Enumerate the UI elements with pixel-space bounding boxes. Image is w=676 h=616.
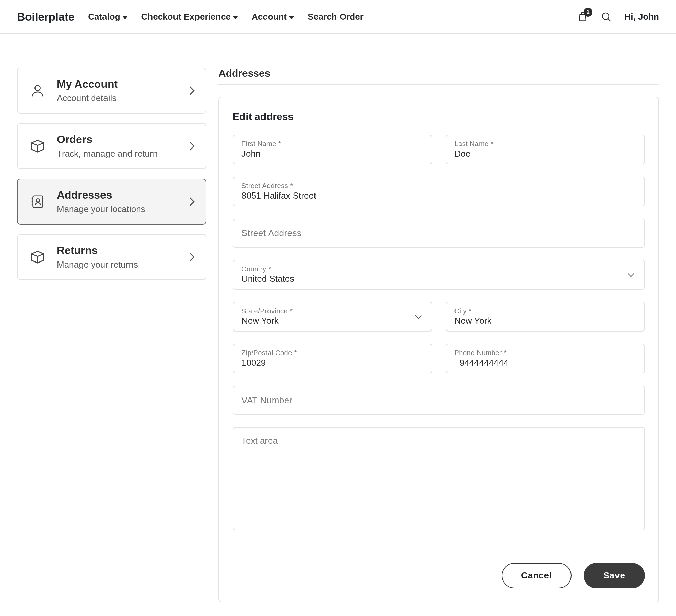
svg-point-1 [35,86,40,91]
header: Boilerplate Catalog Checkout Experience … [0,0,676,34]
sidebar-item-title: Returns [57,244,176,257]
sidebar-item-orders[interactable]: Orders Track, manage and return [17,123,206,169]
street1-input[interactable] [241,190,636,201]
sidebar: My Account Account details Orders Track,… [17,68,206,602]
field-label: Country * [241,265,629,273]
country-value: United States [241,274,629,284]
nav-account[interactable]: Account [252,12,294,22]
state-value: New York [241,316,416,326]
user-icon [30,83,45,98]
panel-title: Edit address [233,111,645,122]
chevron-down-icon [415,312,422,319]
vat-field[interactable]: VAT Number [233,386,645,415]
form-actions: Cancel Save [233,563,645,588]
field-label: Last Name * [454,140,636,148]
chevron-down-icon [233,16,238,19]
greeting[interactable]: Hi, John [624,12,659,22]
chevron-right-icon [186,142,194,150]
sidebar-item-my-account[interactable]: My Account Account details [17,68,206,114]
save-button[interactable]: Save [584,563,645,588]
search-icon [601,11,612,23]
nav-checkout-label: Checkout Experience [141,12,231,22]
chevron-down-icon [122,16,128,19]
zip-field[interactable]: Zip/Postal Code * [233,344,432,373]
sidebar-item-sub: Manage your returns [57,259,176,270]
textarea-field[interactable] [233,427,645,530]
nav-account-label: Account [252,12,287,22]
zip-input[interactable] [241,358,423,368]
chevron-down-icon [628,270,634,277]
first-name-input[interactable] [241,149,423,159]
city-input[interactable] [454,316,636,326]
field-label: Street Address * [241,182,636,190]
sidebar-item-title: My Account [57,78,176,90]
chevron-right-icon [186,197,194,206]
nav-search-order-label: Search Order [308,12,364,22]
country-field[interactable]: Country * United States [233,260,645,290]
box-icon [30,138,45,154]
field-label: Phone Number * [454,349,636,357]
street2-field[interactable]: Street Address [233,219,645,248]
field-label: City * [454,307,636,315]
chevron-down-icon [289,16,294,19]
state-field[interactable]: State/Province * New York [233,302,432,332]
sidebar-item-returns[interactable]: Returns Manage your returns [17,234,206,280]
sidebar-item-sub: Track, manage and return [57,149,176,159]
cancel-button[interactable]: Cancel [502,563,572,588]
svg-point-3 [36,199,40,202]
city-field[interactable]: City * [446,302,645,332]
last-name-input[interactable] [454,149,636,159]
sidebar-item-title: Addresses [57,189,176,201]
svg-point-0 [602,13,609,19]
nav-checkout-experience[interactable]: Checkout Experience [141,12,238,22]
sidebar-item-addresses[interactable]: Addresses Manage your locations [17,179,206,225]
nav-catalog[interactable]: Catalog [88,12,127,22]
sidebar-item-sub: Manage your locations [57,204,176,214]
box-icon [30,249,45,265]
street1-field[interactable]: Street Address * [233,177,645,206]
sidebar-item-sub: Account details [57,93,176,104]
last-name-field[interactable]: Last Name * [446,135,645,164]
field-label: Zip/Postal Code * [241,349,423,357]
field-label: VAT Number [241,395,293,406]
phone-field[interactable]: Phone Number * [446,344,645,373]
chevron-right-icon [186,86,194,95]
brand-logo[interactable]: Boilerplate [17,10,74,23]
search-button[interactable] [601,11,612,23]
address-book-icon [30,194,45,209]
nav-search-order[interactable]: Search Order [308,12,364,22]
chevron-right-icon [186,253,194,261]
field-label: Street Address [241,228,302,238]
field-label: State/Province * [241,307,416,315]
first-name-field[interactable]: First Name * [233,135,432,164]
divider [218,84,659,85]
content: My Account Account details Orders Track,… [0,34,676,616]
field-label: First Name * [241,140,423,148]
textarea-input[interactable] [241,436,636,520]
cart-count-badge: 2 [584,8,592,17]
nav-catalog-label: Catalog [88,12,120,22]
cart-button[interactable]: 2 [577,11,588,23]
main-nav: Catalog Checkout Experience Account Sear… [88,12,364,22]
sidebar-item-title: Orders [57,133,176,146]
main: Addresses Edit address First Name * Last… [218,68,659,602]
page-title: Addresses [218,68,659,79]
edit-address-panel: Edit address First Name * Last Name * St… [218,97,659,602]
phone-input[interactable] [454,358,636,368]
header-right: 2 Hi, John [577,11,659,23]
